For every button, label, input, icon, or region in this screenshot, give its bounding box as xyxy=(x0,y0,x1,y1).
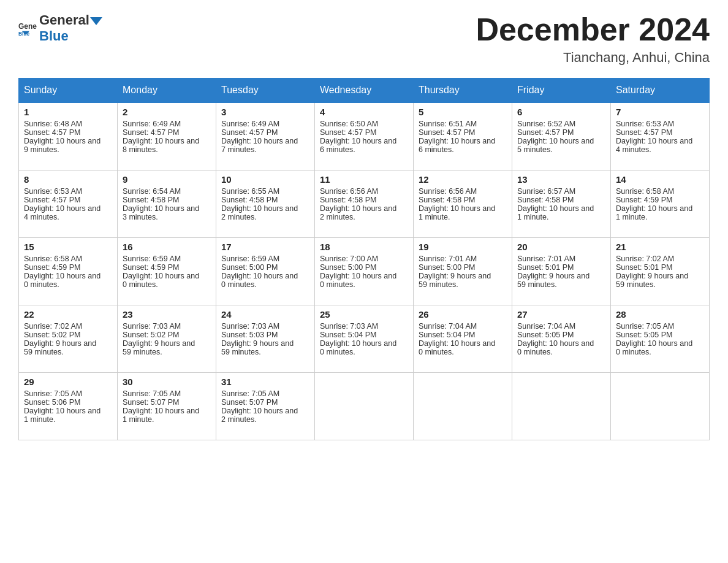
sunrise-text: Sunrise: 7:02 AM xyxy=(24,322,112,331)
sunset-text: Sunset: 4:57 PM xyxy=(24,196,112,204)
daylight-text: Daylight: 9 hours and xyxy=(221,339,309,348)
daylight-text-cont: 59 minutes. xyxy=(123,348,211,356)
location-subtitle: Tianchang, Anhui, China xyxy=(476,50,710,66)
sunrise-text: Sunrise: 7:05 AM xyxy=(24,389,112,398)
sunrise-text: Sunrise: 6:49 AM xyxy=(123,120,211,128)
daylight-text: Daylight: 9 hours and xyxy=(616,272,704,280)
day-number: 13 xyxy=(517,174,605,185)
daylight-text: Daylight: 10 hours and xyxy=(221,407,309,415)
daylight-text-cont: 2 minutes. xyxy=(221,415,309,424)
sunrise-text: Sunrise: 6:53 AM xyxy=(24,187,112,196)
daylight-text-cont: 2 minutes. xyxy=(221,213,309,221)
calendar-cell: 12Sunrise: 6:56 AMSunset: 4:58 PMDayligh… xyxy=(414,170,512,237)
calendar-cell: 21Sunrise: 7:02 AMSunset: 5:01 PMDayligh… xyxy=(611,237,710,305)
day-number: 9 xyxy=(123,174,211,185)
day-number: 6 xyxy=(517,107,605,117)
day-number: 10 xyxy=(221,174,309,185)
calendar-cell: 10Sunrise: 6:55 AMSunset: 4:58 PMDayligh… xyxy=(216,170,315,237)
daylight-text-cont: 6 minutes. xyxy=(419,145,507,154)
page-header: General Blue General Blue December 2024 … xyxy=(18,12,710,66)
sunset-text: Sunset: 5:07 PM xyxy=(123,398,211,407)
day-number: 11 xyxy=(320,174,408,185)
calendar-cell: 31Sunrise: 7:05 AMSunset: 5:07 PMDayligh… xyxy=(216,372,315,440)
calendar-cell: 26Sunrise: 7:04 AMSunset: 5:04 PMDayligh… xyxy=(414,305,512,372)
sunrise-text: Sunrise: 6:53 AM xyxy=(616,120,704,128)
calendar-week-row: 1Sunrise: 6:48 AMSunset: 4:57 PMDaylight… xyxy=(19,102,710,170)
day-number: 22 xyxy=(24,309,112,320)
daylight-text: Daylight: 9 hours and xyxy=(419,272,507,280)
calendar-cell: 3Sunrise: 6:49 AMSunset: 4:57 PMDaylight… xyxy=(216,102,315,170)
sunrise-text: Sunrise: 7:05 AM xyxy=(221,389,309,398)
sunrise-text: Sunrise: 6:56 AM xyxy=(419,187,507,196)
calendar-cell xyxy=(611,372,710,440)
daylight-text-cont: 1 minute. xyxy=(24,415,112,424)
calendar-cell: 20Sunrise: 7:01 AMSunset: 5:01 PMDayligh… xyxy=(512,237,611,305)
day-number: 29 xyxy=(24,377,112,387)
day-number: 28 xyxy=(616,309,704,320)
sunrise-text: Sunrise: 7:03 AM xyxy=(221,322,309,331)
sunset-text: Sunset: 4:57 PM xyxy=(221,128,309,137)
daylight-text-cont: 4 minutes. xyxy=(616,145,704,154)
day-number: 3 xyxy=(221,107,309,117)
daylight-text: Daylight: 10 hours and xyxy=(616,137,704,145)
sunset-text: Sunset: 4:59 PM xyxy=(123,263,211,272)
calendar-header-row: SundayMondayTuesdayWednesdayThursdayFrid… xyxy=(19,79,710,103)
sunset-text: Sunset: 5:05 PM xyxy=(616,331,704,339)
daylight-text: Daylight: 10 hours and xyxy=(419,339,507,348)
sunset-text: Sunset: 4:59 PM xyxy=(616,196,704,204)
sunrise-text: Sunrise: 7:00 AM xyxy=(320,255,408,263)
daylight-text: Daylight: 9 hours and xyxy=(123,339,211,348)
calendar-cell: 25Sunrise: 7:03 AMSunset: 5:04 PMDayligh… xyxy=(315,305,414,372)
daylight-text-cont: 0 minutes. xyxy=(221,280,309,289)
calendar-cell: 18Sunrise: 7:00 AMSunset: 5:00 PMDayligh… xyxy=(315,237,414,305)
sunrise-text: Sunrise: 6:56 AM xyxy=(320,187,408,196)
sunrise-text: Sunrise: 6:59 AM xyxy=(221,255,309,263)
daylight-text-cont: 59 minutes. xyxy=(517,280,605,289)
sunrise-text: Sunrise: 7:04 AM xyxy=(419,322,507,331)
sunrise-text: Sunrise: 7:03 AM xyxy=(123,322,211,331)
day-header-monday: Monday xyxy=(118,79,216,103)
daylight-text: Daylight: 10 hours and xyxy=(320,204,408,213)
day-number: 7 xyxy=(616,107,704,117)
calendar-cell xyxy=(512,372,611,440)
sunset-text: Sunset: 5:02 PM xyxy=(123,331,211,339)
daylight-text-cont: 0 minutes. xyxy=(419,348,507,356)
calendar-cell: 14Sunrise: 6:58 AMSunset: 4:59 PMDayligh… xyxy=(611,170,710,237)
daylight-text: Daylight: 10 hours and xyxy=(123,407,211,415)
day-number: 30 xyxy=(123,377,211,387)
day-number: 31 xyxy=(221,377,309,387)
calendar-cell xyxy=(315,372,414,440)
sunset-text: Sunset: 5:03 PM xyxy=(221,331,309,339)
day-number: 5 xyxy=(419,107,507,117)
calendar-week-row: 15Sunrise: 6:58 AMSunset: 4:59 PMDayligh… xyxy=(19,237,710,305)
sunrise-text: Sunrise: 6:59 AM xyxy=(123,255,211,263)
daylight-text-cont: 5 minutes. xyxy=(517,145,605,154)
day-number: 4 xyxy=(320,107,408,117)
calendar-cell: 24Sunrise: 7:03 AMSunset: 5:03 PMDayligh… xyxy=(216,305,315,372)
daylight-text-cont: 0 minutes. xyxy=(517,348,605,356)
sunset-text: Sunset: 5:00 PM xyxy=(221,263,309,272)
daylight-text-cont: 59 minutes. xyxy=(419,280,507,289)
sunset-text: Sunset: 5:02 PM xyxy=(24,331,112,339)
daylight-text-cont: 59 minutes. xyxy=(616,280,704,289)
sunset-text: Sunset: 5:01 PM xyxy=(616,263,704,272)
calendar-cell: 7Sunrise: 6:53 AMSunset: 4:57 PMDaylight… xyxy=(611,102,710,170)
sunrise-text: Sunrise: 6:52 AM xyxy=(517,120,605,128)
day-number: 17 xyxy=(221,242,309,252)
month-title: December 2024 xyxy=(476,12,710,47)
day-number: 25 xyxy=(320,309,408,320)
sunrise-text: Sunrise: 6:48 AM xyxy=(24,120,112,128)
day-number: 24 xyxy=(221,309,309,320)
calendar-cell: 30Sunrise: 7:05 AMSunset: 5:07 PMDayligh… xyxy=(118,372,216,440)
daylight-text-cont: 6 minutes. xyxy=(320,145,408,154)
daylight-text: Daylight: 10 hours and xyxy=(517,137,605,145)
calendar-cell: 1Sunrise: 6:48 AMSunset: 4:57 PMDaylight… xyxy=(19,102,118,170)
calendar-cell xyxy=(414,372,512,440)
calendar-cell: 15Sunrise: 6:58 AMSunset: 4:59 PMDayligh… xyxy=(19,237,118,305)
daylight-text-cont: 0 minutes. xyxy=(320,348,408,356)
day-number: 19 xyxy=(419,242,507,252)
daylight-text-cont: 0 minutes. xyxy=(320,280,408,289)
daylight-text-cont: 2 minutes. xyxy=(320,213,408,221)
day-number: 1 xyxy=(24,107,112,117)
sunrise-text: Sunrise: 7:01 AM xyxy=(517,255,605,263)
